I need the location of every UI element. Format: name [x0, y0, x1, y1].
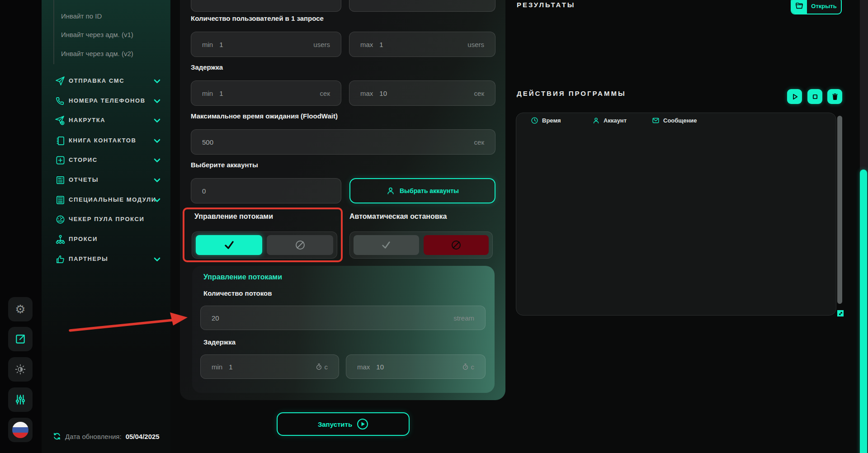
threads-count-label: Количество потоков — [203, 289, 272, 297]
stop-icon — [811, 93, 819, 101]
open-results-button[interactable]: Открыть — [791, 0, 842, 14]
external-link-button[interactable] — [8, 327, 33, 351]
sidebar-item-sms[interactable]: ОТПРАВКА СМС — [42, 74, 170, 88]
threads-delay-label: Задержка — [203, 338, 236, 346]
proxy-network-icon — [54, 233, 66, 245]
folder-icon — [792, 0, 807, 14]
theme-button[interactable] — [8, 357, 33, 382]
contact-book-icon — [54, 135, 66, 146]
flag-russia-icon — [12, 422, 28, 438]
speedometer-icon — [54, 213, 66, 225]
sidebar-item-proxy-pool-checker[interactable]: ЧЕКЕР ПУЛА ПРОКСИ — [42, 212, 170, 226]
stop-button[interactable] — [807, 89, 822, 104]
sidebar-item-stories[interactable]: СТОРИС — [42, 153, 170, 167]
autostop-toggle — [349, 231, 493, 259]
refresh-icon — [53, 432, 61, 440]
users-min-input[interactable]: min1 users — [191, 32, 341, 57]
threads-settings-panel: Управление потоками Количество потоков 2… — [192, 266, 495, 393]
update-date-row: Дата обновления: 05/04/2025 — [53, 432, 160, 440]
gear-icon: ⚙ — [15, 303, 25, 315]
sidebar-item-proxy[interactable]: ПРОКСИ — [42, 232, 170, 246]
chevron-down-icon — [154, 117, 160, 125]
external-link-icon — [14, 333, 26, 345]
delay-label: Задержка — [191, 63, 223, 71]
truncated-input-right[interactable] — [349, 0, 495, 12]
modules-icon — [54, 194, 66, 206]
report-icon — [54, 174, 66, 186]
accounts-count-input[interactable]: 0 — [191, 178, 341, 203]
play-icon — [791, 93, 799, 101]
threads-delay-min-input[interactable]: min1 с — [200, 354, 339, 379]
submenu-rail-line — [53, 0, 54, 64]
users-max-input[interactable]: max1 users — [349, 32, 495, 57]
language-button[interactable] — [8, 418, 33, 442]
start-button[interactable] — [787, 89, 802, 104]
delay-min-input[interactable]: min1 сек — [191, 80, 341, 106]
update-date-value: 05/04/2025 — [126, 433, 160, 440]
sidebar-subitem-invite-adm-v1[interactable]: Инвайт через адм. (v1) — [61, 31, 133, 41]
floodwait-input[interactable]: 500 сек — [191, 129, 495, 155]
settings-button[interactable]: ⚙ — [8, 297, 33, 321]
select-accounts-button[interactable]: Выбрать аккаунты — [349, 178, 495, 203]
program-actions-title: ДЕЙСТВИЯ ПРОГРАММЫ — [517, 90, 626, 97]
chevron-down-icon — [154, 197, 160, 205]
slash-circle-icon — [452, 241, 461, 250]
sidebar: Инвайт по ID Инвайт через адм. (v1) Инва… — [42, 0, 170, 453]
run-button[interactable]: Запустить — [277, 412, 410, 436]
thumbs-up-icon — [54, 253, 66, 265]
sidebar-item-phone-numbers[interactable]: НОМЕРА ТЕЛЕФОНОВ — [42, 94, 170, 108]
annotation-arrow — [63, 310, 199, 337]
chevron-down-icon — [154, 177, 160, 185]
paper-plane-icon — [54, 75, 66, 87]
select-accounts-label: Выберите аккаунты — [191, 161, 258, 169]
sidebar-subitem-invite-by-id[interactable]: Инвайт по ID — [61, 12, 102, 22]
sidebar-item-reports[interactable]: ОТЧЕТЫ — [42, 173, 170, 187]
phone-icon — [54, 95, 66, 107]
log-column-account: Аккаунт — [592, 117, 627, 124]
log-scrollbar-thumb[interactable] — [837, 116, 842, 304]
sidebar-item-boosting[interactable]: НАКРУТКА — [42, 113, 170, 127]
sliders-icon — [14, 394, 26, 406]
program-log-panel: Время Аккаунт Сообщение — [516, 113, 836, 316]
autostop-label: Автоматическая остановка — [349, 212, 447, 221]
results-title: РЕЗУЛЬТАТЫ — [517, 1, 576, 9]
sidebar-item-contact-book[interactable]: КНИГА КОНТАКТОВ — [42, 133, 170, 148]
floodwait-label: Максимальное время ожидания (FloodWait) — [191, 112, 338, 120]
sidebar-subitem-invite-adm-v2[interactable]: Инвайт через адм. (v2) — [61, 50, 133, 60]
stopwatch-icon — [462, 363, 469, 370]
icon-rail: ⚙ — [0, 0, 42, 453]
clear-log-button[interactable] — [827, 89, 842, 104]
plus-square-icon — [54, 154, 66, 166]
annotation-highlight-box — [183, 208, 343, 262]
delay-max-input[interactable]: max10 сек — [349, 80, 495, 106]
chevron-down-icon — [154, 256, 160, 264]
resize-handle[interactable] — [837, 310, 844, 316]
sidebar-item-special-modules[interactable]: СПЕЦИАЛЬНЫЕ МОДУЛИ — [42, 193, 170, 207]
autostop-on-button[interactable] — [354, 235, 419, 255]
paper-plane-plus-icon — [54, 114, 66, 126]
page-scrollbar-thumb[interactable] — [860, 170, 867, 453]
clock-icon — [531, 117, 538, 124]
truncated-input-left[interactable] — [191, 0, 341, 12]
trash-icon — [831, 93, 839, 101]
app-root: ⚙ — [0, 0, 868, 453]
threads-delay-max-input[interactable]: max10 с — [346, 354, 486, 379]
check-icon — [381, 241, 392, 250]
filters-button[interactable] — [8, 387, 33, 412]
autostop-off-button[interactable] — [424, 235, 489, 255]
chevron-down-icon — [154, 98, 160, 106]
chevron-down-icon — [154, 137, 160, 146]
sidebar-item-partners[interactable]: ПАРТНЕРЫ — [42, 252, 170, 266]
threads-panel-title: Управление потоками — [203, 273, 282, 281]
mail-icon — [652, 117, 660, 124]
users-per-request-label: Количество пользователей в 1 запросе — [191, 14, 324, 22]
user-icon — [592, 117, 600, 124]
chevron-down-icon — [154, 78, 160, 86]
user-icon — [386, 186, 395, 195]
update-date-label: Дата обновления: — [65, 433, 122, 440]
chevron-down-icon — [154, 157, 160, 165]
log-column-time: Время — [531, 117, 561, 124]
threads-count-input[interactable]: 20 stream — [200, 306, 486, 330]
log-column-message: Сообщение — [652, 117, 697, 124]
brightness-icon — [14, 363, 26, 375]
